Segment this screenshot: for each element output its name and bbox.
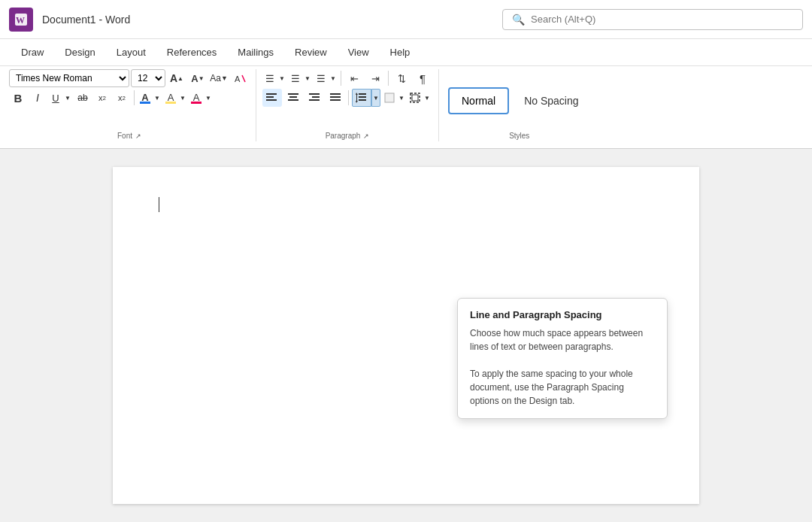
underline-button[interactable]: U xyxy=(48,89,63,107)
svg-line-3 xyxy=(242,75,245,82)
font-size-select[interactable]: 12 10 14 16 xyxy=(131,69,165,87)
menu-item-layout[interactable]: Layout xyxy=(108,42,155,62)
svg-rect-4 xyxy=(266,93,277,95)
underline-dropdown[interactable]: ▼ xyxy=(63,89,72,107)
app-title: Document1 - Word xyxy=(42,14,130,26)
numbering-button[interactable]: ☰ xyxy=(288,69,303,87)
svg-rect-18 xyxy=(359,96,366,98)
underline-split: U ▼ xyxy=(48,89,72,107)
ribbon: Times New Roman Arial Calibri 12 10 14 1… xyxy=(0,66,812,149)
highlight-button[interactable]: A xyxy=(163,89,178,107)
borders-dropdown[interactable]: ▼ xyxy=(423,89,432,107)
line-spacing-button[interactable] xyxy=(352,89,371,107)
svg-rect-21 xyxy=(385,93,394,102)
svg-rect-6 xyxy=(266,99,277,101)
search-bar[interactable]: 🔍 xyxy=(502,9,803,30)
tooltip-body-1: Choose how much space appears between li… xyxy=(470,326,655,354)
normal-style-card[interactable]: Normal xyxy=(448,87,509,114)
menu-item-help[interactable]: Help xyxy=(381,42,420,62)
para-group-content: ☰ ▼ ☰ ▼ ☰ ▼ ⇤ ⇥ ⇅ ¶ xyxy=(262,69,432,107)
font-group-label: Font ↗ xyxy=(9,132,250,141)
bullets-split: ☰ ▼ xyxy=(262,69,286,87)
highlight-dropdown[interactable]: ▼ xyxy=(178,89,187,107)
highlight-split: A ▼ xyxy=(163,89,187,107)
tooltip-title: Line and Paragraph Spacing xyxy=(470,309,655,320)
svg-rect-14 xyxy=(330,93,341,95)
menu-item-mailings[interactable]: Mailings xyxy=(229,42,283,62)
menu-item-view[interactable]: View xyxy=(339,42,378,62)
shrink-font-button[interactable]: A▼ xyxy=(188,69,208,87)
increase-indent-button[interactable]: ⇥ xyxy=(365,69,385,87)
numbering-dropdown[interactable]: ▼ xyxy=(303,69,312,87)
align-left-button[interactable] xyxy=(262,89,282,107)
multilevel-dropdown[interactable]: ▼ xyxy=(329,69,338,87)
subscript-button[interactable]: x2 xyxy=(93,89,111,107)
paragraph-group: ☰ ▼ ☰ ▼ ☰ ▼ ⇤ ⇥ ⇅ ¶ xyxy=(259,69,439,141)
bullets-dropdown[interactable]: ▼ xyxy=(277,69,286,87)
font-group-content: Times New Roman Arial Calibri 12 10 14 1… xyxy=(9,69,250,132)
shading-dropdown[interactable]: ▼ xyxy=(397,89,406,107)
sort-button[interactable]: ⇅ xyxy=(392,69,411,87)
font-expand-icon[interactable]: ↗ xyxy=(135,132,141,140)
para-row-1: ☰ ▼ ☰ ▼ ☰ ▼ ⇤ ⇥ ⇅ ¶ xyxy=(262,69,432,87)
svg-rect-13 xyxy=(309,99,320,101)
text-cursor xyxy=(159,197,159,212)
line-spacing-split: ▼ xyxy=(352,89,380,107)
bold-button[interactable]: B xyxy=(9,89,27,107)
font-group: Times New Roman Arial Calibri 12 10 14 1… xyxy=(6,69,256,141)
svg-rect-15 xyxy=(330,96,341,98)
menu-item-review[interactable]: Review xyxy=(286,42,336,62)
document-area xyxy=(0,149,812,522)
show-hide-button[interactable]: ¶ xyxy=(413,69,432,87)
grow-font-button[interactable]: A▲ xyxy=(167,69,186,87)
text-shading-button[interactable]: A xyxy=(189,89,204,107)
styles-group: Normal No Spacing Styles xyxy=(442,69,597,141)
separator-1 xyxy=(134,90,135,105)
font-color-split: A ▼ xyxy=(138,89,162,107)
superscript-button[interactable]: x2 xyxy=(113,89,131,107)
bullets-button[interactable]: ☰ xyxy=(262,69,277,87)
tooltip-box: Line and Paragraph Spacing Choose how mu… xyxy=(457,298,668,419)
svg-rect-10 xyxy=(288,99,298,101)
svg-text:A: A xyxy=(235,74,241,83)
decrease-indent-button[interactable]: ⇤ xyxy=(344,69,364,87)
multilevel-button[interactable]: ☰ xyxy=(314,69,329,87)
text-shading-split: A ▼ xyxy=(189,89,213,107)
shading-split: ▼ xyxy=(382,89,406,107)
svg-rect-24 xyxy=(412,95,418,101)
multilevel-split: ☰ ▼ xyxy=(314,69,338,87)
change-case-button[interactable]: Aa▼ xyxy=(209,69,229,87)
app-logo: W xyxy=(9,8,33,32)
text-shading-dropdown[interactable]: ▼ xyxy=(204,89,213,107)
strikethrough-button[interactable]: ab xyxy=(74,89,92,107)
search-input[interactable] xyxy=(531,14,793,25)
borders-split: ▼ xyxy=(408,89,432,107)
borders-button[interactable] xyxy=(408,89,423,107)
align-right-button[interactable] xyxy=(304,89,324,107)
menu-bar: Draw Design Layout References Mailings R… xyxy=(0,39,812,66)
para-group-label: Paragraph ↗ xyxy=(262,132,432,141)
font-color-dropdown[interactable]: ▼ xyxy=(153,89,162,107)
align-center-button[interactable] xyxy=(283,89,303,107)
italic-button[interactable]: I xyxy=(29,89,47,107)
line-spacing-dropdown[interactable]: ▼ xyxy=(371,89,380,107)
svg-rect-19 xyxy=(359,99,366,101)
svg-rect-8 xyxy=(288,93,298,95)
svg-rect-9 xyxy=(289,96,297,98)
font-name-select[interactable]: Times New Roman Arial Calibri xyxy=(9,69,129,87)
font-color-button[interactable]: A xyxy=(138,89,153,107)
svg-rect-12 xyxy=(312,96,320,98)
no-spacing-style-card[interactable]: No Spacing xyxy=(512,89,590,113)
clear-format-button[interactable]: A xyxy=(230,69,250,87)
title-bar: W Document1 - Word 🔍 xyxy=(0,0,812,39)
menu-item-references[interactable]: References xyxy=(158,42,226,62)
menu-item-draw[interactable]: Draw xyxy=(12,42,53,62)
styles-row: Normal No Spacing xyxy=(448,69,591,132)
justify-button[interactable] xyxy=(326,89,345,107)
workspace: Line and Paragraph Spacing Choose how mu… xyxy=(0,149,812,522)
svg-rect-5 xyxy=(266,96,274,98)
para-expand-icon[interactable]: ↗ xyxy=(363,132,369,140)
shading-button[interactable] xyxy=(382,89,397,107)
tooltip-body: Choose how much space appears between li… xyxy=(470,326,655,408)
menu-item-design[interactable]: Design xyxy=(56,42,104,62)
